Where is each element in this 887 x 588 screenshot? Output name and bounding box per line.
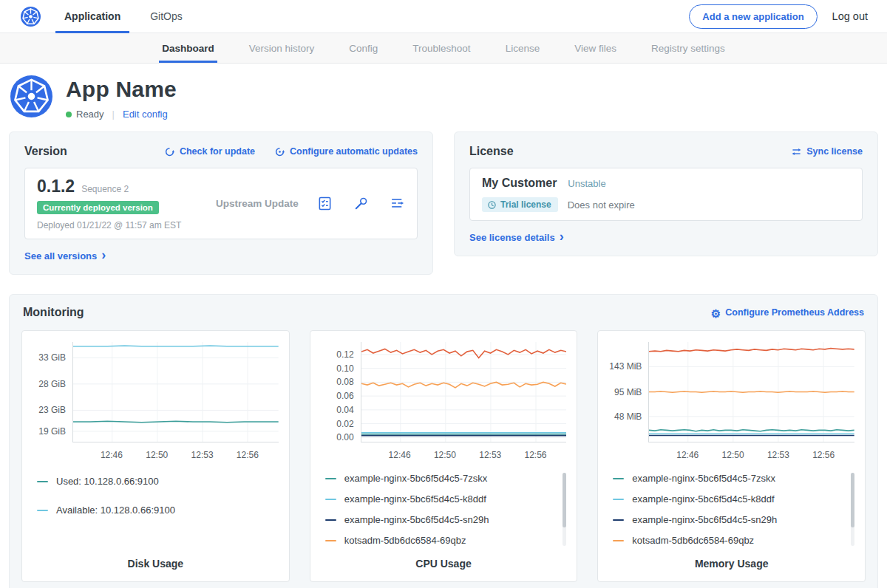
app-header: App Name Ready | Edit config (0, 64, 887, 129)
x-axis-tick-label: 12:46 (676, 450, 699, 460)
y-axis-tick-label: 0.02 (336, 419, 353, 429)
x-axis-tick-label: 12:46 (389, 450, 411, 460)
sync-license-button[interactable]: Sync license (791, 146, 863, 157)
see-license-details-link[interactable]: See license details › (469, 232, 564, 243)
see-all-versions-label: See all versions (24, 250, 97, 261)
gear-icon: ⚙ (711, 308, 721, 319)
page-title: App Name (66, 77, 177, 102)
chart-title: CPU Usage (321, 546, 567, 575)
legend-swatch (37, 510, 48, 511)
legend: example-nginx-5bc6f5d4c5-7zskxexample-ng… (608, 473, 854, 546)
legend-scrollbar[interactable] (851, 473, 854, 546)
chart-plot (72, 342, 279, 442)
release-notes-icon[interactable] (317, 196, 333, 211)
legend-item: example-nginx-5bc6f5d4c5-sn29h (325, 514, 565, 525)
configure-prometheus-label: Configure Prometheus Address (725, 307, 864, 318)
x-axis-tick-label: 12:56 (237, 450, 259, 460)
x-axis: 12:4612:5012:5312:56 (648, 449, 854, 462)
y-axis-tick-label: 0.06 (336, 391, 353, 401)
clock-icon (487, 200, 497, 210)
see-all-versions-link[interactable]: See all versions › (24, 250, 106, 261)
current-version-box: 0.1.2 Sequence 2 Currently deployed vers… (24, 168, 418, 239)
divider: | (112, 109, 115, 120)
configure-automatic-updates-button[interactable]: Configure automatic updates (274, 146, 418, 157)
version-card-title: Version (24, 145, 67, 158)
tab-config[interactable]: Config (349, 33, 378, 63)
deploy-logs-icon[interactable] (390, 196, 405, 211)
chevron-right-icon: › (560, 231, 564, 242)
y-axis-tick-label: 33 GiB (38, 352, 66, 363)
configure-prometheus-button[interactable]: ⚙ Configure Prometheus Address (711, 307, 864, 318)
configure-automatic-updates-label: Configure automatic updates (290, 146, 418, 157)
legend-swatch (325, 478, 336, 479)
chart-title: Memory Usage (608, 546, 854, 575)
legend-label: kotsadm-5db6dc6584-69qbz (632, 535, 754, 546)
legend-label: example-nginx-5bc6f5d4c5-7zskx (344, 473, 488, 484)
y-axis-tick-label: 28 GiB (38, 379, 66, 389)
sync-license-label: Sync license (806, 146, 863, 157)
legend: Used: 10.128.0.66:9100Available: 10.128.… (33, 473, 279, 516)
upstream-update-label: Upstream Update (216, 198, 299, 209)
legend-label: example-nginx-5bc6f5d4c5-sn29h (344, 514, 489, 525)
tab-application[interactable]: Application (63, 0, 122, 33)
scrollbar-thumb[interactable] (851, 473, 854, 527)
chart-plot (361, 342, 567, 442)
currently-deployed-badge: Currently deployed version (37, 201, 159, 214)
legend-item: Available: 10.128.0.66:9100 (37, 505, 277, 516)
legend: example-nginx-5bc6f5d4c5-7zskxexample-ng… (321, 473, 567, 546)
x-axis-tick-label: 12:50 (434, 450, 456, 460)
legend-item: example-nginx-5bc6f5d4c5-sn29h (613, 514, 853, 525)
version-number: 0.1.2 (37, 177, 75, 196)
y-axis-tick-label: 0.00 (336, 432, 353, 442)
y-axis-tick-label: 19 GiB (38, 426, 66, 437)
see-license-details-label: See license details (469, 232, 555, 243)
trial-license-badge: Trial license (482, 197, 558, 212)
legend-label: example-nginx-5bc6f5d4c5-k8ddf (344, 493, 486, 505)
x-axis: 12:4612:5012:5312:56 (72, 449, 279, 462)
add-new-application-button[interactable]: Add a new application (689, 4, 817, 29)
status-label: Ready (76, 109, 104, 120)
y-axis-tick-label: 0.10 (336, 363, 353, 374)
app-icon (10, 75, 52, 117)
y-axis-tick-label: 23 GiB (38, 405, 66, 415)
x-axis-tick-label: 12:56 (812, 450, 835, 460)
cpu-usage-chart-card: 0.120.100.080.060.040.020.00 12:4612:501… (310, 330, 578, 582)
monitoring-card: Monitoring ⚙ Configure Prometheus Addres… (9, 294, 878, 588)
monitoring-charts: 33 GiB28 GiB23 GiB19 GiB 12:4612:5012:53… (21, 330, 866, 582)
channel-label: Unstable (568, 178, 605, 189)
logout-button[interactable]: Log out (832, 10, 868, 22)
customer-name: My Customer (482, 177, 557, 190)
legend-scrollbar[interactable] (563, 473, 566, 546)
sync-icon (791, 146, 802, 157)
y-axis-tick-label: 0.08 (336, 377, 353, 387)
edit-config-link[interactable]: Edit config (123, 109, 168, 120)
scrollbar-thumb[interactable] (563, 473, 566, 527)
y-axis-tick-label: 0.04 (336, 405, 353, 415)
license-box: My Customer Unstable Trial license Does … (469, 168, 863, 221)
top-nav: Application GitOps Add a new application… (0, 0, 887, 33)
x-axis-tick-label: 12:56 (525, 450, 547, 460)
tab-version-history[interactable]: Version history (249, 33, 315, 63)
legend-label: Used: 10.128.0.66:9100 (56, 476, 159, 487)
tab-license[interactable]: License (506, 33, 540, 63)
tab-dashboard[interactable]: Dashboard (162, 33, 214, 63)
preflight-checks-icon[interactable] (353, 196, 369, 211)
x-axis-tick-label: 12:50 (722, 450, 744, 460)
chart-title: Disk Usage (33, 546, 279, 575)
legend-item: kotsadm-5db6dc6584-69qbz (325, 535, 565, 546)
version-card: Version Check for update (9, 131, 433, 275)
check-for-update-button[interactable]: Check for update (164, 146, 255, 157)
tab-troubleshoot[interactable]: Troubleshoot (412, 33, 470, 63)
tab-view-files[interactable]: View files (574, 33, 616, 63)
legend-swatch (37, 481, 48, 482)
legend-item: example-nginx-5bc6f5d4c5-k8ddf (613, 493, 853, 505)
top-nav-tabs: Application GitOps (63, 0, 211, 33)
sub-nav: Dashboard Version history Config Trouble… (0, 33, 887, 64)
legend-item: example-nginx-5bc6f5d4c5-7zskx (613, 473, 853, 484)
legend-label: example-nginx-5bc6f5d4c5-k8ddf (632, 493, 774, 505)
y-axis: 0.120.100.080.060.040.020.00 (321, 342, 361, 442)
monitoring-title: Monitoring (23, 306, 84, 319)
check-for-update-label: Check for update (180, 146, 255, 157)
tab-registry-settings[interactable]: Registry settings (651, 33, 725, 63)
tab-gitops[interactable]: GitOps (149, 0, 184, 33)
